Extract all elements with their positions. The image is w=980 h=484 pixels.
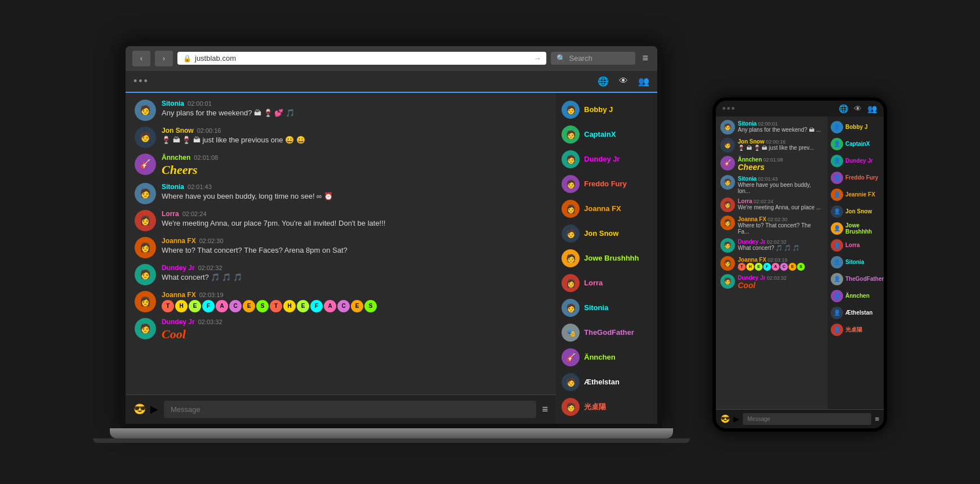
phone-avatar: 🧑: [720, 238, 735, 253]
user-item[interactable]: 🧑Dundey Jr: [556, 147, 657, 172]
phone-user-item[interactable]: 👤Ännchen: [827, 288, 884, 304]
user-name: Dundey Jr: [584, 155, 620, 163]
message-time: 02:01:08: [194, 154, 218, 161]
user-name: Jon Snow: [584, 229, 618, 237]
phone-message-input[interactable]: [743, 413, 871, 425]
avatar: 👩: [135, 237, 156, 258]
message-input[interactable]: [164, 401, 536, 418]
user-item[interactable]: 🧑CaptainX: [556, 122, 657, 147]
people-icon[interactable]: 👥: [638, 76, 649, 87]
phone-user-item[interactable]: 👤Sitonia: [827, 254, 884, 271]
phone-user-item[interactable]: 👤Jowe Brushhhh: [827, 220, 884, 237]
url-text: justblab.com: [195, 54, 530, 62]
user-avatar: 🧑: [562, 398, 580, 416]
message-time: 02:03:32: [198, 319, 222, 325]
search-bar[interactable]: 🔍 Search: [551, 52, 635, 65]
user-avatar: 🧑: [562, 150, 580, 168]
user-item[interactable]: 🧑光桌陽: [556, 395, 657, 419]
message-author: Lorra: [162, 210, 179, 218]
media-button[interactable]: ▶: [150, 403, 158, 415]
message-text: Cheers: [162, 163, 218, 177]
user-item[interactable]: 🧑Freddo Fury: [556, 172, 657, 196]
phone-eye-icon[interactable]: 👁: [854, 104, 862, 113]
user-avatar: 🧑: [562, 126, 580, 144]
user-item[interactable]: 👩Joanna FX: [556, 196, 657, 221]
user-name: Lorra: [584, 279, 603, 287]
search-icon: 🔍: [556, 54, 565, 62]
phone-avatar: 🧑: [720, 175, 735, 190]
browser-dots: •••: [133, 75, 149, 87]
lock-icon: 🔒: [183, 55, 191, 62]
go-arrow[interactable]: →: [533, 54, 541, 62]
send-options-button[interactable]: ≡: [542, 404, 548, 415]
phone-user-item[interactable]: 👤Lorra: [827, 237, 884, 254]
phone-user-item[interactable]: 👤CaptainX: [827, 136, 884, 153]
phone-media-button[interactable]: ▶: [733, 414, 740, 423]
message-time: 02:02:24: [182, 210, 207, 217]
phone-message-row: 🎸Ännchen 02:01:08Cheers: [720, 156, 823, 172]
phone-emoji-button[interactable]: 😎: [720, 414, 730, 423]
user-item[interactable]: 🧑Jon Snow: [556, 221, 657, 246]
emoji-button[interactable]: 😎: [133, 403, 146, 415]
phone: 🌐 👁 👥 🧑Sitonia 02:00:01Any plans for the…: [712, 97, 887, 432]
phone-user-item[interactable]: 👤Dundey Jr: [827, 153, 884, 169]
phone-avatar: 🧑: [720, 120, 735, 135]
phone-message-row: 👩Joanna FX 02:03:19THEFACES: [720, 256, 823, 271]
scene: ‹ › 🔒 justblab.com → 🔍 Search ≡ ••• 🌐: [93, 42, 887, 443]
phone-user-item[interactable]: 👤Jeannie FX: [827, 186, 884, 203]
phone-user-item[interactable]: 👤Jon Snow: [827, 203, 884, 220]
phone-people-icon[interactable]: 👥: [867, 104, 877, 113]
message-time: 02:00:01: [188, 100, 212, 107]
phone-user-item[interactable]: 👤TheGodFather: [827, 271, 884, 288]
phone-input-bar: 😎 ▶ ≡: [716, 409, 884, 428]
phone-message-row: 👩Joanna FX 02:02:30Where to? That concer…: [720, 216, 823, 235]
message-text: Where have you been buddy, long time no …: [162, 192, 333, 200]
phone-message-row: 🧑Dundey Jr 02:02:32What concert? 🎵 🎵 🎵: [720, 238, 823, 253]
phone-user-item[interactable]: 👤Bobby J: [827, 119, 884, 136]
phone-globe-icon[interactable]: 🌐: [839, 104, 848, 113]
user-avatar: 👩: [562, 274, 580, 292]
user-avatar: 🧑: [562, 225, 580, 243]
laptop-screen: ‹ › 🔒 justblab.com → 🔍 Search ≡ ••• 🌐: [121, 42, 662, 428]
back-button[interactable]: ‹: [132, 51, 150, 66]
user-item[interactable]: 🎭TheGodFather: [556, 320, 657, 345]
user-item[interactable]: 🎸Ännchen: [556, 345, 657, 370]
message-author: Ännchen: [162, 154, 190, 162]
forward-button[interactable]: ›: [155, 51, 173, 66]
messages-list: 🧑Sitonia02:00:01Any plans for the weeken…: [126, 93, 556, 395]
phone-user-item[interactable]: 👤Æthelstan: [827, 304, 884, 321]
laptop: ‹ › 🔒 justblab.com → 🔍 Search ≡ ••• 🌐: [93, 42, 690, 443]
user-avatar: 🧑: [562, 249, 580, 267]
users-sidebar: 🧑Bobby J🧑CaptainX🧑Dundey Jr🧑Freddo Fury👩…: [556, 93, 657, 424]
phone-avatar: 🧑: [720, 274, 735, 289]
url-bar[interactable]: 🔒 justblab.com →: [177, 52, 546, 65]
user-item[interactable]: 🧑Bobby J: [556, 97, 657, 122]
phone-message-row: 🧑Dundey Jr 02:03:32Cool: [720, 274, 823, 290]
user-item[interactable]: 👩Lorra: [556, 271, 657, 295]
phone-avatar: 🎸: [720, 156, 735, 171]
message-author: Dundey Jr: [162, 318, 195, 326]
user-item[interactable]: 🧑Sitonia: [556, 295, 657, 320]
globe-icon[interactable]: 🌐: [598, 76, 609, 87]
phone-top-bar: 🌐 👁 👥: [716, 101, 884, 116]
user-avatar: 🧑: [562, 101, 580, 119]
avatar: 🧑: [135, 127, 156, 148]
user-avatar: 🧑: [562, 175, 580, 193]
phone-user-item[interactable]: 👤光桌陽: [827, 321, 884, 338]
chat-input-bar: 😎 ▶ ≡: [126, 395, 556, 424]
phone-user-item[interactable]: 👤Freddo Fury: [827, 169, 884, 186]
main-area: 🧑Sitonia02:00:01Any plans for the weeken…: [126, 93, 657, 424]
menu-button[interactable]: ≡: [640, 52, 651, 64]
user-avatar: 🎸: [562, 348, 580, 366]
user-name: Joanna FX: [584, 204, 621, 213]
avatar: 🧑: [135, 318, 156, 339]
message-row: 👩Lorra02:02:24We're meeting Anna, our pl…: [135, 210, 547, 231]
user-item[interactable]: 🧑Jowe Brushhhh: [556, 246, 657, 271]
user-name: TheGodFather: [584, 328, 634, 337]
user-item[interactable]: 🧑Æthelstan: [556, 370, 657, 395]
phone-send-button[interactable]: ≡: [875, 415, 879, 423]
user-name: Ännchen: [584, 353, 616, 361]
user-name: Bobby J: [584, 105, 613, 114]
message-text: What concert? 🎵 🎵 🎵: [162, 273, 242, 281]
eye-icon[interactable]: 👁: [619, 76, 628, 87]
